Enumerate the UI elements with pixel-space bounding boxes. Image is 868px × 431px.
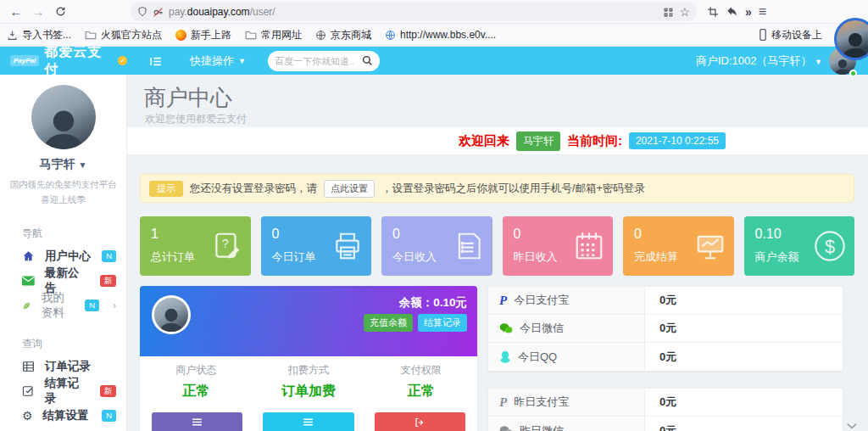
nav-badge: N	[85, 299, 99, 311]
page-subtitle: 欢迎您使用都爱云支付	[145, 112, 247, 126]
settlement-records-button[interactable]: 结算记录	[418, 314, 467, 332]
person-silhouette-icon	[155, 306, 187, 333]
caret-down-icon: ▼	[815, 58, 822, 66]
list-icon	[303, 417, 314, 427]
current-time-badge: 2021-7-10 0:22:55	[629, 132, 726, 149]
table-row: 今日QQ 0元	[488, 343, 843, 371]
dollar-icon: $	[813, 229, 847, 263]
main-content: 商户中心 欢迎您使用都爱云支付 欢迎回来 马宇轩 当前时间: 2021-7-10…	[127, 75, 868, 431]
field-label: 商户状态	[140, 363, 253, 378]
url-text: pay.douaipay.com/user/	[169, 6, 658, 18]
folder-icon	[245, 30, 257, 40]
welcome-bar: 欢迎回来 马宇轩 当前时间: 2021-7-10 0:22:55	[127, 127, 868, 155]
caret-down-icon: ▼	[238, 57, 246, 65]
browser-window: ← → pay.douaipay.com/user/ ☆ » ≡	[0, 0, 868, 431]
screenshot-crop-icon[interactable]	[707, 4, 719, 20]
send-to-device-icon[interactable]	[726, 4, 738, 20]
quick-actions-menu[interactable]: 快捷操作▼	[190, 53, 246, 69]
online-status-dot	[849, 70, 857, 77]
sidebar: 马宇轩 ▼ 国内领先的免签约支付平台 喜迎上线季 导航 用户中心 N 最新公告 …	[0, 75, 127, 431]
app-top-bar: PayPal 都爱云支付 ✓ 快捷操作▼ 商户ID:1002（马宇轩） ▼	[0, 47, 868, 75]
chevron-down-icon	[846, 417, 858, 431]
svg-text:?: ?	[221, 237, 228, 250]
home-icon	[22, 250, 35, 262]
today-income-table: P今日支付宝 0元 今日微信 0元 今日QQ	[487, 286, 843, 372]
search-box[interactable]	[268, 51, 380, 71]
paypal-logo-badge: PayPal	[10, 55, 39, 66]
sidebar-item-settlement-settings[interactable]: ⚙ 结算设置 N	[0, 404, 126, 428]
back-icon[interactable]: ←	[5, 3, 27, 21]
search-input[interactable]	[275, 56, 359, 66]
url-bar[interactable]: pay.douaipay.com/user/ ☆	[131, 3, 697, 21]
alipay-icon: P	[499, 294, 507, 307]
nav-section-label: 查询	[22, 337, 126, 351]
bookmark-item[interactable]: http://www.bbs.e0v....	[385, 29, 496, 41]
profile-name-menu[interactable]: 马宇轩 ▼	[0, 157, 126, 172]
pay-permission-value: 正常	[364, 383, 477, 400]
nav-badge: N	[102, 410, 116, 422]
sidebar-item-settlement-records[interactable]: 结算记录 新	[0, 379, 126, 404]
leaf-icon	[22, 299, 31, 312]
qq-icon	[499, 350, 511, 363]
set-password-button[interactable]: 点此设置	[324, 180, 375, 198]
bookmark-item[interactable]: 常用网址	[245, 28, 302, 42]
sidebar-item-partial[interactable]	[0, 427, 126, 431]
shield-icon	[137, 6, 147, 17]
latest-announcements-button[interactable]: 最新公告	[152, 412, 242, 431]
reload-icon[interactable]	[49, 3, 71, 21]
printer-icon	[331, 230, 364, 262]
stat-card-yesterday-income[interactable]: 0 昨日收入	[503, 216, 614, 276]
bookmark-item[interactable]: 火狐官方站点	[85, 28, 162, 42]
phone-icon	[759, 29, 767, 41]
app-title: 都爱云支付	[44, 43, 113, 79]
globe-icon	[315, 30, 326, 41]
caret-down-icon: ▼	[78, 160, 86, 170]
stat-card-merchant-balance[interactable]: 0.10 商户余额 $	[744, 216, 855, 276]
bookmark-item[interactable]: 京东商城	[315, 28, 371, 42]
merchant-id-menu[interactable]: 商户ID:1002（马宇轩） ▼	[696, 53, 822, 69]
sidebar-item-my-profile[interactable]: 我的资料 N ›	[0, 294, 126, 318]
profile-tagline: 国内领先的免签约支付平台 喜迎上线季	[0, 177, 126, 208]
account-fields: 商户状态 正常 扣费方式 订单加费 支付权限 正常	[140, 356, 477, 400]
bookmark-item[interactable]: 新手上路	[175, 28, 231, 42]
recharge-balance-button[interactable]: 充值余额	[364, 314, 413, 332]
qr-scan-icon[interactable]	[663, 4, 674, 20]
balance-text: 余额：0.10元	[399, 295, 467, 311]
table-row: P昨日支付宝 0元	[488, 389, 843, 417]
mail-icon	[22, 276, 35, 286]
insecure-key-icon	[153, 4, 164, 20]
page-title: 商户中心	[144, 83, 232, 113]
table-row: P今日支付宝 0元	[488, 287, 843, 315]
fee-mode-value: 订单加费	[253, 383, 365, 400]
profile-avatar[interactable]	[31, 85, 96, 149]
stat-card-total-orders[interactable]: 1 总计订单 ?	[140, 216, 251, 276]
stat-card-today-income[interactable]: 0 今日收入	[381, 216, 492, 276]
field-label: 扣费方式	[253, 363, 365, 378]
logout-icon	[415, 417, 425, 428]
stat-card-today-orders[interactable]: 0 今日订单	[261, 216, 372, 276]
account-avatar[interactable]	[152, 295, 191, 334]
order-records-button[interactable]: 订单记录	[263, 412, 353, 431]
bookmarks-bar: 导入书签... 火狐官方站点 新手上路 常用网址 京东商城 http://www…	[0, 24, 868, 47]
notice-text-after: ，设置登录密码之后你就可以使用手机号/邮箱+密码登录	[381, 182, 645, 196]
chevron-right-icon: ›	[113, 299, 116, 311]
nav-badge: 新	[100, 275, 117, 287]
stat-cards: 1 总计订单 ? 0 今日订单 0 今日收入 0 昨日收入	[140, 216, 854, 276]
table-row: 今日微信 0元	[488, 315, 843, 343]
bookmark-star-icon[interactable]: ☆	[679, 5, 690, 19]
wechat-icon	[499, 322, 513, 334]
app-logo[interactable]: PayPal 都爱云支付 ✓	[0, 43, 127, 79]
more-tools-icon[interactable]: »	[745, 5, 752, 19]
welcome-text: 欢迎回来	[459, 133, 509, 149]
bookmark-item[interactable]: 导入书签...	[7, 28, 71, 42]
forward-icon[interactable]: →	[27, 3, 49, 21]
sidebar-toggle-icon[interactable]	[149, 53, 163, 69]
menu-icon[interactable]: ≡	[759, 4, 766, 20]
username-badge: 马宇轩	[516, 132, 560, 151]
stat-card-completed-settlement[interactable]: 0 完成结算	[623, 216, 734, 276]
logout-button[interactable]: 安全退出	[375, 412, 465, 431]
yesterday-income-table: P昨日支付宝 0元 昨日微信 0元	[487, 388, 843, 431]
svg-text:$: $	[825, 236, 835, 257]
bookmark-mobile[interactable]: 移动设备上	[759, 28, 822, 42]
password-notice: 提示 您还没有设置登录密码，请 点此设置 ，设置登录密码之后你就可以使用手机号/…	[140, 174, 854, 203]
